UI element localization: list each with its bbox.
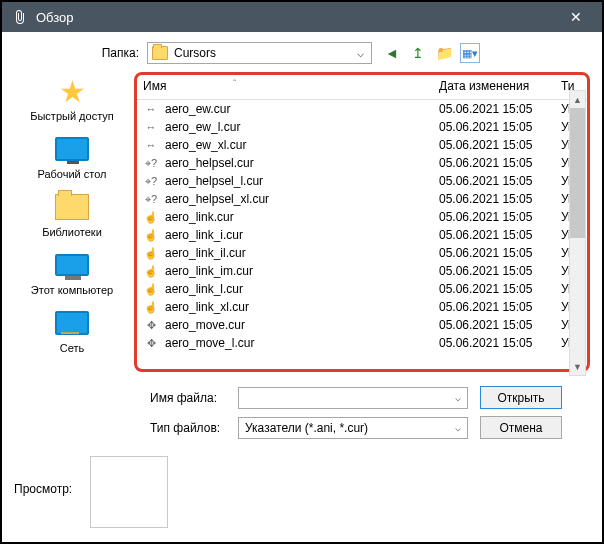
cursor-icon: ⌖? bbox=[143, 174, 159, 188]
file-row[interactable]: ☝aero_link_xl.cur05.06.2021 15:05Ук bbox=[137, 298, 587, 316]
cursor-icon: ☝ bbox=[143, 228, 159, 242]
cursor-icon: ✥ bbox=[143, 318, 159, 332]
sidebar-quick-access[interactable]: ★Быстрый доступ bbox=[14, 74, 130, 122]
close-button[interactable]: ✕ bbox=[554, 2, 598, 32]
file-date: 05.06.2021 15:05 bbox=[439, 120, 561, 134]
preview-label: Просмотр: bbox=[14, 482, 86, 496]
new-folder-button[interactable]: 📁 bbox=[434, 43, 454, 63]
sidebar-network[interactable]: Сеть bbox=[14, 306, 130, 354]
file-date: 05.06.2021 15:05 bbox=[439, 336, 561, 350]
cursor-icon: ☝ bbox=[143, 246, 159, 260]
column-header-date[interactable]: Дата изменения bbox=[439, 79, 561, 93]
chevron-down-icon: ⌵ bbox=[455, 392, 461, 403]
scrollbar-thumb[interactable] bbox=[570, 108, 585, 238]
star-icon: ★ bbox=[59, 74, 86, 109]
file-date: 05.06.2021 15:05 bbox=[439, 264, 561, 278]
cursor-icon: ☝ bbox=[143, 282, 159, 296]
folder-label: Папка: bbox=[94, 46, 139, 60]
file-row[interactable]: ☝aero_link_i.cur05.06.2021 15:05Ук bbox=[137, 226, 587, 244]
file-row[interactable]: ✥aero_move.cur05.06.2021 15:05Ук bbox=[137, 316, 587, 334]
file-name: aero_helpsel.cur bbox=[165, 156, 439, 170]
folder-icon bbox=[152, 46, 168, 60]
file-name: aero_link_i.cur bbox=[165, 228, 439, 242]
file-date: 05.06.2021 15:05 bbox=[439, 138, 561, 152]
cursor-icon: ☝ bbox=[143, 300, 159, 314]
file-date: 05.06.2021 15:05 bbox=[439, 156, 561, 170]
file-date: 05.06.2021 15:05 bbox=[439, 192, 561, 206]
scrollbar[interactable]: ▲ ▼ bbox=[569, 90, 586, 376]
cursor-icon: ↔ bbox=[143, 102, 159, 116]
file-row[interactable]: ☝aero_link_il.cur05.06.2021 15:05Ук bbox=[137, 244, 587, 262]
cancel-button[interactable]: Отмена bbox=[480, 416, 562, 439]
cursor-icon: ✥ bbox=[143, 336, 159, 350]
file-name: aero_link_l.cur bbox=[165, 282, 439, 296]
cursor-icon: ☝ bbox=[143, 210, 159, 224]
chevron-down-icon: ⌵ bbox=[353, 46, 367, 60]
file-name: aero_link_xl.cur bbox=[165, 300, 439, 314]
file-date: 05.06.2021 15:05 bbox=[439, 210, 561, 224]
file-row[interactable]: ⌖?aero_helpsel_xl.cur05.06.2021 15:05Ук bbox=[137, 190, 587, 208]
file-date: 05.06.2021 15:05 bbox=[439, 228, 561, 242]
file-name: aero_helpsel_l.cur bbox=[165, 174, 439, 188]
computer-icon bbox=[55, 254, 89, 276]
back-button[interactable]: ◄ bbox=[382, 43, 402, 63]
chevron-down-icon: ⌵ bbox=[455, 422, 461, 433]
file-row[interactable]: ⌖?aero_helpsel.cur05.06.2021 15:05Ук bbox=[137, 154, 587, 172]
filename-label: Имя файла: bbox=[150, 391, 238, 405]
cursor-icon: ⌖? bbox=[143, 192, 159, 206]
view-menu[interactable]: ▦▾ bbox=[460, 43, 480, 63]
cursor-icon: ↔ bbox=[143, 120, 159, 134]
sidebar-desktop[interactable]: Рабочий стол bbox=[14, 132, 130, 180]
file-row[interactable]: ☝aero_link_im.cur05.06.2021 15:05Ук bbox=[137, 262, 587, 280]
file-name: aero_ew_l.cur bbox=[165, 120, 439, 134]
title-bar: Обзор ✕ bbox=[2, 2, 602, 32]
cursor-icon: ⌖? bbox=[143, 156, 159, 170]
file-name: aero_ew_xl.cur bbox=[165, 138, 439, 152]
file-row[interactable]: ☝aero_link.cur05.06.2021 15:05Ук bbox=[137, 208, 587, 226]
file-name: aero_ew.cur bbox=[165, 102, 439, 116]
file-row[interactable]: ⌖?aero_helpsel_l.cur05.06.2021 15:05Ук bbox=[137, 172, 587, 190]
file-name: aero_link_il.cur bbox=[165, 246, 439, 260]
file-date: 05.06.2021 15:05 bbox=[439, 300, 561, 314]
file-row[interactable]: ↔aero_ew_xl.cur05.06.2021 15:05Ук bbox=[137, 136, 587, 154]
open-button[interactable]: Открыть bbox=[480, 386, 562, 409]
up-button[interactable]: ↥ bbox=[408, 43, 428, 63]
file-name: aero_link.cur bbox=[165, 210, 439, 224]
file-list-panel: Имя Дата изменения Ти ↔aero_ew.cur05.06.… bbox=[134, 72, 590, 372]
filename-input[interactable]: ⌵ bbox=[238, 387, 468, 409]
places-sidebar: ★Быстрый доступ Рабочий стол Библиотеки … bbox=[14, 72, 130, 372]
app-icon bbox=[14, 9, 28, 25]
window-title: Обзор bbox=[36, 10, 554, 25]
sidebar-libraries[interactable]: Библиотеки bbox=[14, 190, 130, 238]
file-list[interactable]: ↔aero_ew.cur05.06.2021 15:05Ук↔aero_ew_l… bbox=[137, 100, 587, 369]
filetype-label: Тип файлов: bbox=[150, 421, 238, 435]
column-header-name[interactable]: Имя bbox=[143, 79, 439, 93]
folder-dropdown[interactable]: Cursors ⌵ bbox=[147, 42, 372, 64]
filetype-dropdown[interactable]: Указатели (*.ani, *.cur)⌵ bbox=[238, 417, 468, 439]
folder-name: Cursors bbox=[174, 46, 353, 60]
scroll-up-icon[interactable]: ▲ bbox=[570, 91, 585, 108]
network-icon bbox=[55, 311, 89, 335]
file-name: aero_move_l.cur bbox=[165, 336, 439, 350]
scroll-down-icon[interactable]: ▼ bbox=[570, 358, 585, 375]
cursor-icon: ↔ bbox=[143, 138, 159, 152]
desktop-icon bbox=[55, 137, 89, 161]
preview-box bbox=[90, 456, 168, 528]
file-name: aero_helpsel_xl.cur bbox=[165, 192, 439, 206]
file-date: 05.06.2021 15:05 bbox=[439, 246, 561, 260]
file-name: aero_move.cur bbox=[165, 318, 439, 332]
file-row[interactable]: ☝aero_link_l.cur05.06.2021 15:05Ук bbox=[137, 280, 587, 298]
file-row[interactable]: ↔aero_ew.cur05.06.2021 15:05Ук bbox=[137, 100, 587, 118]
file-date: 05.06.2021 15:05 bbox=[439, 102, 561, 116]
file-row[interactable]: ✥aero_move_l.cur05.06.2021 15:05Ук bbox=[137, 334, 587, 352]
file-date: 05.06.2021 15:05 bbox=[439, 174, 561, 188]
file-date: 05.06.2021 15:05 bbox=[439, 318, 561, 332]
cursor-icon: ☝ bbox=[143, 264, 159, 278]
libraries-icon bbox=[55, 194, 89, 220]
file-row[interactable]: ↔aero_ew_l.cur05.06.2021 15:05Ук bbox=[137, 118, 587, 136]
file-date: 05.06.2021 15:05 bbox=[439, 282, 561, 296]
file-name: aero_link_im.cur bbox=[165, 264, 439, 278]
sidebar-this-pc[interactable]: Этот компьютер bbox=[14, 248, 130, 296]
